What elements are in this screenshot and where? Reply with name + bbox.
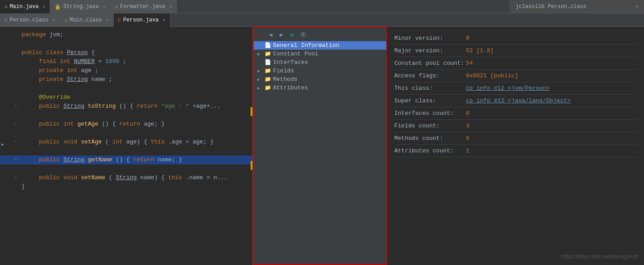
toolbar-refresh-btn[interactable]: ↻ [288, 30, 297, 39]
code-line-3: public class Person { [0, 48, 252, 57]
kw-class: class [46, 49, 64, 56]
tree-item-constant-pool[interactable]: ▶ 📁 Constant Pool [254, 50, 386, 58]
folder-icon-methods: 📁 [264, 76, 271, 83]
tab-close-string-java[interactable]: ✕ [103, 4, 106, 9]
str-age: "age : " [161, 103, 189, 109]
expand-icon-constant[interactable]: ▶ [257, 51, 263, 57]
toolbar-row: ✕ ◀ ▶ ↻ ⦿ [254, 29, 386, 41]
ann-override: @Override [39, 94, 70, 101]
info-value-pool-count: 54 [466, 60, 473, 67]
tab-bar-top: ⚙ Main.java ✕ 🔒 String.java ✕ ⚙ Formatte… [0, 0, 644, 13]
cls-string-1: String [67, 76, 88, 83]
info-value-interfaces-count: 0 [466, 110, 469, 117]
line-num-17 [2, 173, 14, 182]
info-row-super-class: Super class: cp_info #13 <java/lang/Obje… [394, 95, 637, 107]
kw-int-4: int [112, 139, 123, 145]
expand-13[interactable]: − [14, 138, 21, 147]
tab-icon-person-class: C [4, 17, 8, 23]
expand-3 [14, 48, 21, 57]
tab-main-java[interactable]: ⚙ Main.java ✕ [0, 0, 50, 13]
info-label-interfaces-count: Interfaces count: [394, 110, 466, 117]
tree-item-fields[interactable]: ▶ 📁 Fields [254, 67, 386, 75]
kw-final: final [39, 58, 56, 65]
jclasslib-close-icon[interactable]: ✕ [635, 3, 639, 10]
code-line-1: package jvm; [0, 30, 252, 39]
tab-person-java[interactable]: C Person.java ✕ [114, 13, 171, 27]
expand-11[interactable]: − [14, 120, 21, 129]
code-line-12 [0, 129, 252, 138]
expand-17[interactable]: − [14, 173, 21, 182]
code-text-4: final int NUMBER = 1000 ; [21, 57, 249, 66]
line-num-11 [2, 120, 14, 129]
expand-icon-methods[interactable]: ▶ [257, 77, 263, 82]
tab-close-formatter-java[interactable]: ✕ [169, 4, 172, 9]
kw-this-1: this [151, 139, 165, 145]
code-line-13: − public void setAge ( int age) { this .… [0, 138, 252, 147]
info-label-major: Major version: [394, 47, 466, 54]
info-value-this-class[interactable]: cp_info #12 <jvm/Person> [466, 85, 550, 92]
toolbar-close-btn[interactable]: ✕ [256, 30, 264, 39]
code-line-17: − public void setName ( String name) { t… [0, 173, 252, 182]
tab-close-person-class[interactable]: ✕ [52, 17, 55, 23]
code-text-13: public void setAge ( int age) { this .ag… [21, 138, 249, 147]
code-line-5: private int age ; [0, 66, 252, 75]
info-value-super-class[interactable]: cp_info #13 <java/lang/Object> [466, 97, 571, 104]
yellow-scroll-marker-1 [251, 107, 252, 116]
tab-person-class[interactable]: C Person.class ✕ [0, 13, 60, 27]
info-row-fields-count: Fields count: 3 [394, 120, 637, 132]
code-line-2 [0, 39, 252, 48]
code-plain-1: jvm; [49, 31, 63, 38]
tree-item-attributes[interactable]: ▶ 📁 Attributes [254, 84, 386, 92]
info-value-access-flags: 0x0021 [public] [466, 72, 518, 79]
tab-string-java[interactable]: 🔒 String.java ✕ [50, 0, 110, 13]
tab-icon-main-java: ⚙ [4, 4, 8, 10]
tree-item-methods[interactable]: ▶ 📁 Methods [254, 75, 386, 84]
kw-package: package [21, 31, 46, 38]
tab-formatter-java[interactable]: ⚙ Formatter.java ✕ [111, 0, 177, 13]
tab-close-main-class[interactable]: ✕ [106, 17, 109, 23]
info-row-methods-count: Methods count: 6 [394, 132, 637, 145]
side-breakpoint-icon: ● [1, 142, 4, 147]
code-text-15: public String getName () { return name; … [21, 156, 249, 164]
kw-int-1: int [60, 58, 70, 65]
kw-public-6: public [39, 174, 60, 181]
info-row-attributes-count: Attributes count: 1 [394, 145, 637, 157]
cls-string-3: String [64, 156, 85, 163]
toolbar-back-btn[interactable]: ◀ [266, 30, 275, 39]
expand-15[interactable]: − [14, 156, 21, 164]
code-text-3: public class Person { [21, 48, 249, 57]
tab-main-class[interactable]: ⚙ Main.class ✕ [60, 13, 114, 27]
info-row-minor: Minor version: 0 [394, 32, 637, 45]
doc-icon-general: 📄 [264, 42, 271, 49]
line-num-4 [2, 57, 14, 66]
code-line-15: − public String getName () { return name… [0, 156, 252, 164]
tree-item-general-info[interactable]: 📄 General Information [254, 41, 386, 50]
tab-icon-string-java: 🔒 [55, 4, 61, 10]
expand-18 [14, 182, 21, 191]
line-num-15 [2, 156, 14, 164]
expand-icon-fields[interactable]: ▶ [257, 68, 263, 74]
info-label-methods-count: Methods count: [394, 135, 466, 142]
jclasslib-body: ✕ ◀ ▶ ↻ ⦿ 📄 General Information ▶ 📁 Cons… [253, 27, 644, 265]
expand-9[interactable]: − [14, 102, 21, 111]
line-num-5 [2, 66, 14, 75]
expand-8 [14, 93, 21, 102]
info-row-access-flags: Access flags: 0x0021 [public] [394, 70, 637, 82]
tab-icon-main-class: ⚙ [64, 17, 68, 23]
toolbar-circle-btn[interactable]: ⦿ [299, 30, 307, 39]
tab-close-main-java[interactable]: ✕ [43, 4, 45, 9]
kw-public-5: public [39, 156, 60, 163]
expand-6 [14, 75, 21, 84]
expand-icon-attributes[interactable]: ▶ [257, 85, 263, 91]
code-text-17: public void setName ( String name) { thi… [21, 173, 249, 182]
tree-panel: ✕ ◀ ▶ ↻ ⦿ 📄 General Information ▶ 📁 Cons… [253, 27, 387, 265]
tree-item-interfaces[interactable]: 📄 Interfaces [254, 58, 386, 67]
code-text-18: } [21, 182, 249, 191]
code-text-11: public int getAge () { return age; } [21, 120, 249, 129]
fn-setname: setName [81, 174, 106, 181]
tab-close-person-java[interactable]: ✕ [163, 17, 166, 23]
toolbar-forward-btn[interactable]: ▶ [277, 30, 286, 39]
tree-label-methods: Methods [273, 76, 298, 83]
kw-int-2: int [67, 67, 77, 74]
kw-return-2: return [119, 121, 141, 127]
